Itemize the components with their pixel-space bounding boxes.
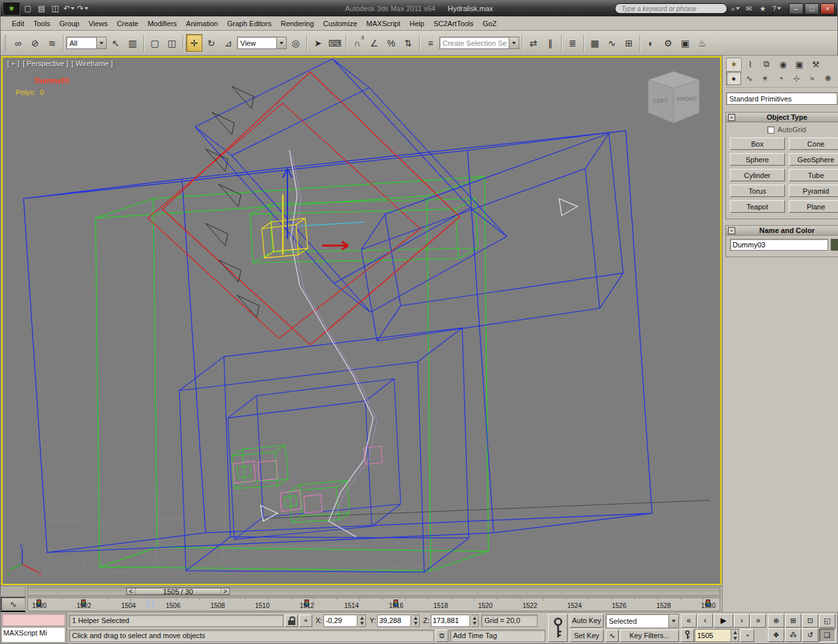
walk-through-button[interactable]: ⁂ [785,628,801,642]
zoom-all-button[interactable]: ⊞ [785,614,801,628]
y-spinner[interactable] [412,615,420,627]
menu-graph-editors[interactable]: Graph Editors [223,18,276,29]
mini-listener-field[interactable]: MAXScript Mi [1,627,65,643]
x-spinner[interactable] [359,615,366,627]
spin-up-icon[interactable] [733,631,737,634]
category-cameras[interactable]: ◔ [773,71,788,85]
spin-down-icon[interactable] [733,637,737,640]
menu-views[interactable]: Views [84,18,112,29]
category-shapes[interactable]: ∿ [742,71,757,85]
select-and-link-button[interactable]: ∞ [10,34,26,52]
edit-named-selection-sets-button[interactable]: ≡ [422,34,439,52]
time-configuration-button[interactable]: ◔ [740,629,754,643]
snaps-toggle[interactable]: ∩3 [349,34,365,52]
save-file-button[interactable]: ◫ [49,3,62,14]
collapse-icon[interactable]: - [728,114,735,121]
object-color-swatch[interactable] [831,239,838,251]
select-object-button[interactable]: ↖ [107,34,124,52]
new-file-button[interactable]: ▢ [22,3,34,14]
help-button[interactable]: ? [771,3,782,14]
menu-customize[interactable]: Customize [319,18,362,29]
viewport-shading-menu[interactable]: [ Wireframe ] [71,60,113,67]
render-setup-button[interactable]: ⚙ [660,34,676,52]
set-keys-button[interactable] [548,614,568,642]
default-tangent-button[interactable]: ∿ [606,630,619,643]
key-mode-dropdown[interactable]: Selected [606,614,679,628]
viewcube[interactable]: LEFT FRONT [638,67,710,131]
macro-recorder-field[interactable] [1,613,65,626]
search-button[interactable]: ⌕ [729,3,741,14]
favorites-button[interactable]: ★ [757,3,769,14]
frame-spinner[interactable] [732,629,739,643]
teapot-button[interactable]: Teapot [730,200,785,213]
menu-create[interactable]: Create [112,18,143,29]
name-color-rollout-header[interactable]: - Name and Color [726,226,838,236]
graphite-modeling-tools-toggle[interactable]: ▦ [587,34,603,52]
select-and-move-button[interactable]: ✛ [186,34,202,52]
object-type-rollout-header[interactable]: - Object Type [726,113,838,122]
tab-hierarchy[interactable]: ⧉ [759,58,774,71]
keyboard-shortcut-override-toggle[interactable]: ⌨ [327,34,343,52]
orbit-button[interactable]: ↺ [802,628,818,642]
open-mini-curve-editor-button[interactable]: ∿ [1,597,26,612]
auto-key-button[interactable]: Auto Key [570,614,604,628]
use-pivot-center-button[interactable]: ◎ [287,34,304,52]
viewport-general-menu[interactable]: [ + ] [7,60,20,67]
time-slider-track[interactable]: < 1505 / 30 > [27,587,720,596]
geosphere-button[interactable]: GeoSphere [789,153,838,166]
sphere-button[interactable]: Sphere [730,153,785,166]
bind-to-space-warp-button[interactable]: ≋ [44,34,60,52]
open-file-button[interactable]: ▤ [35,3,48,14]
angle-snap-toggle[interactable]: ∠ [366,34,382,52]
spin-down-icon[interactable] [473,622,477,625]
key-mode-toggle-button[interactable] [681,629,694,643]
menu-group[interactable]: Group [55,18,84,29]
spin-up-icon[interactable] [414,617,418,620]
menu-goz[interactable]: GoZ [478,18,501,29]
category-geometry[interactable]: ● [726,71,741,85]
menu-tools[interactable]: Tools [29,18,55,29]
align-button[interactable]: ∥ [542,34,558,52]
zoom-extents-button[interactable]: ⊡ [802,614,818,628]
reference-coordinate-dropdown[interactable]: View [237,37,287,49]
material-editor-button[interactable]: ◐ [643,34,659,52]
primitive-category-dropdown[interactable]: Standard Primitives [726,92,838,105]
tab-create[interactable]: ✶ [726,58,742,71]
rectangular-selection-region-button[interactable]: ▢ [147,34,163,52]
menu-modifiers[interactable]: Modifiers [143,18,181,29]
maximize-viewport-toggle[interactable]: ❏ [819,628,835,642]
viewport-perspective[interactable]: [ + ] [ Perspective ] [ Wireframe ] Dumm… [1,56,721,585]
x-coordinate-field[interactable] [323,615,357,627]
z-spinner[interactable] [471,615,479,627]
absolute-offset-toggle[interactable]: ⌖ [299,615,312,627]
category-space-warps[interactable]: ≈ [805,71,820,85]
viewport-pov-menu[interactable]: [ Perspective ] [23,60,69,67]
redo-button[interactable]: ↷ [77,3,89,14]
cylinder-button[interactable]: Cylinder [730,169,785,181]
torus-button[interactable]: Torus [730,185,785,197]
tab-utilities[interactable]: ⚒ [808,58,824,71]
close-button[interactable]: × [820,3,835,14]
next-frame-button[interactable]: › [734,614,750,628]
named-selection-sets-dropdown[interactable]: Create Selection Se [439,37,519,49]
zoom-button[interactable]: ⊕ [768,614,784,628]
autogrid-checkbox[interactable] [767,126,774,134]
previous-frame-button[interactable]: ‹ [697,614,713,628]
percent-snap-toggle[interactable]: % [383,34,399,52]
category-systems[interactable]: ❋ [820,71,835,85]
object-name-field[interactable] [730,239,828,251]
collapse-icon[interactable]: - [728,227,735,234]
spin-up-icon[interactable] [360,617,364,620]
application-menu-button[interactable]: ✶ [3,2,20,16]
unlink-selection-button[interactable]: ⊘ [27,34,43,52]
select-by-name-button[interactable]: ▥ [124,34,141,52]
time-slider-handle[interactable]: < 1505 / 30 > [126,588,230,595]
tab-motion[interactable]: ◉ [775,58,791,71]
track-bar[interactable]: 1500 1502 1504 1506 1508 1510 1512 1514 … [27,598,720,611]
go-to-end-button[interactable]: » [750,614,766,628]
communication-center-button[interactable]: ✉ [743,3,755,14]
y-coordinate-field[interactable] [377,615,411,627]
spin-up-icon[interactable] [473,617,477,620]
tube-button[interactable]: Tube [789,169,838,181]
menu-animation[interactable]: Animation [181,18,223,29]
